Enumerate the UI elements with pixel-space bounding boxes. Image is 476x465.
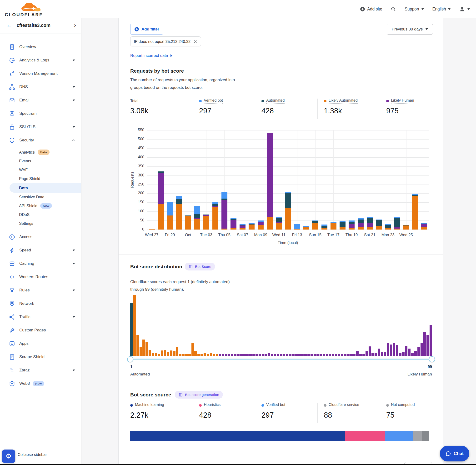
hist-bin-16[interactable] (176, 347, 178, 356)
hist-bin-81[interactable] (375, 353, 377, 356)
hist-bin-36[interactable] (237, 354, 240, 356)
sidebar-item-bots[interactable]: Bots (10, 183, 81, 193)
bot-score-badge[interactable]: Bot Score (185, 263, 215, 270)
hist-bin-67[interactable] (332, 354, 334, 356)
sidebar-item-access[interactable]: Access (0, 230, 81, 243)
filter-chip[interactable]: IP does not equal 35.212.240.32 (130, 36, 201, 46)
requests-bar-2[interactable] (167, 202, 173, 230)
report-incorrect-data-link[interactable]: Report incorrect data (130, 53, 172, 58)
hist-bin-91[interactable] (405, 346, 407, 356)
hist-bin-33[interactable] (228, 354, 230, 356)
slider-track[interactable] (130, 359, 432, 360)
hist-bin-32[interactable] (225, 354, 227, 356)
requests-bar-23[interactable] (358, 218, 364, 230)
add-site-button[interactable]: Add site (360, 7, 382, 12)
sidebar-item-caching[interactable]: Caching (0, 257, 81, 270)
hist-bin-12[interactable] (164, 350, 166, 356)
requests-bar-28[interactable] (403, 225, 409, 230)
sidebar-item-analytics[interactable]: AnalyticsBeta (0, 148, 81, 157)
hist-bin-93[interactable] (411, 353, 414, 356)
language-menu[interactable]: English (433, 7, 451, 12)
hist-bin-76[interactable] (359, 354, 362, 356)
hist-bin-74[interactable] (353, 354, 356, 356)
requests-bar-5[interactable] (194, 206, 200, 230)
hist-bin-92[interactable] (408, 349, 411, 356)
requests-bar-12[interactable] (258, 221, 264, 230)
hist-bin-72[interactable] (347, 354, 349, 356)
hist-bin-99[interactable] (430, 325, 432, 356)
account-menu[interactable] (459, 6, 470, 12)
hist-bin-22[interactable] (194, 351, 197, 356)
hist-bin-3[interactable] (137, 335, 139, 356)
sidebar-item-waf[interactable]: WAF (0, 166, 81, 174)
sidebar-item-dns[interactable]: DNS (0, 80, 81, 94)
hist-bin-34[interactable] (231, 354, 233, 356)
hist-bin-15[interactable] (173, 351, 176, 356)
hist-bin-57[interactable] (301, 354, 304, 356)
hist-bin-56[interactable] (298, 354, 301, 356)
hist-bin-43[interactable] (259, 354, 261, 356)
hist-bin-9[interactable] (155, 353, 157, 356)
requests-bar-9[interactable] (231, 218, 236, 230)
hist-bin-75[interactable] (356, 351, 359, 356)
search-button[interactable] (391, 6, 396, 12)
hist-bin-98[interactable] (426, 335, 429, 356)
sidebar-item-settings[interactable]: Settings (0, 219, 81, 228)
source-segment-verified-bot[interactable] (385, 431, 413, 441)
requests-bar-24[interactable] (367, 217, 373, 230)
hist-bin-40[interactable] (249, 354, 252, 356)
hist-bin-55[interactable] (295, 354, 298, 356)
date-range-select[interactable]: Previous 30 days (387, 24, 433, 34)
hist-bin-4[interactable] (139, 347, 142, 356)
hist-bin-17[interactable] (179, 354, 181, 356)
hist-bin-30[interactable] (219, 354, 221, 356)
stat-label[interactable]: Heuristics (204, 403, 221, 408)
requests-bar-10[interactable] (240, 224, 245, 230)
sidebar-item-api-shield[interactable]: API ShieldNew (0, 201, 81, 210)
requests-bar-26[interactable] (385, 224, 391, 230)
hist-bin-82[interactable] (378, 349, 380, 356)
requests-bar-3[interactable] (176, 196, 182, 230)
sidebar-item-security[interactable]: Security (0, 134, 81, 147)
bot-score-generation-badge[interactable]: Bot score generation (175, 391, 223, 399)
add-filter-button[interactable]: Add filter (130, 24, 163, 34)
hist-bin-59[interactable] (307, 354, 310, 356)
hist-bin-45[interactable] (264, 354, 267, 356)
sidebar-item-apps[interactable]: Apps (0, 337, 81, 350)
hist-bin-90[interactable] (402, 352, 405, 356)
hist-bin-1[interactable] (130, 303, 133, 356)
stat-label[interactable]: Verified bot (266, 403, 285, 408)
sidebar-item-traffic[interactable]: Traffic (0, 310, 81, 324)
hist-bin-96[interactable] (421, 343, 423, 356)
sidebar-item-zaraz[interactable]: Zaraz (0, 364, 81, 377)
stat-label[interactable]: Likely Automated (328, 98, 358, 104)
requests-bar-17[interactable] (303, 226, 309, 230)
stat-label[interactable]: Automated (266, 98, 285, 104)
hist-bin-6[interactable] (146, 342, 148, 356)
hist-bin-61[interactable] (314, 354, 316, 356)
hist-bin-78[interactable] (366, 351, 368, 356)
hist-bin-94[interactable] (414, 351, 417, 356)
sidebar-item-workers-routes[interactable]: Workers Routes (0, 270, 81, 284)
hist-bin-35[interactable] (234, 354, 236, 356)
hist-bin-50[interactable] (280, 354, 282, 356)
requests-bar-15[interactable] (285, 192, 291, 230)
hist-bin-20[interactable] (188, 354, 191, 356)
requests-bar-29[interactable] (412, 194, 418, 230)
hist-bin-63[interactable] (319, 354, 322, 356)
hist-bin-58[interactable] (304, 354, 307, 356)
hist-bin-68[interactable] (335, 354, 337, 356)
source-segment-heuristics[interactable] (345, 431, 385, 441)
requests-bar-27[interactable] (394, 217, 400, 230)
hist-bin-53[interactable] (289, 354, 291, 356)
requests-bar-0[interactable] (149, 229, 155, 230)
hist-bin-27[interactable] (210, 353, 212, 356)
hist-bin-21[interactable] (191, 343, 194, 356)
hist-bin-47[interactable] (271, 354, 273, 356)
hist-bin-95[interactable] (417, 347, 420, 356)
hist-bin-23[interactable] (197, 354, 200, 356)
requests-bar-19[interactable] (321, 224, 328, 230)
hist-bin-8[interactable] (152, 353, 154, 356)
support-menu[interactable]: Support (405, 7, 424, 12)
requests-bar-6[interactable] (203, 214, 209, 230)
